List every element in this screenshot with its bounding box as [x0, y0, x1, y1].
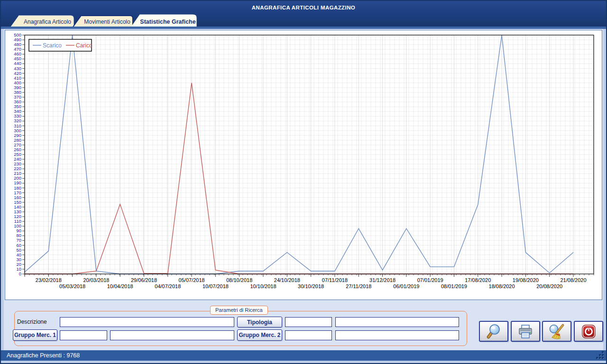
svg-text:90: 90 [16, 228, 21, 233]
svg-text:220: 220 [14, 166, 21, 171]
status-text: Anagrafiche Presenti : 9768 [7, 352, 80, 359]
svg-text:05/03/2018: 05/03/2018 [59, 283, 85, 289]
svg-text:10: 10 [16, 266, 21, 272]
svg-text:470: 470 [14, 46, 21, 52]
gruppo2-code-input[interactable] [285, 330, 332, 340]
gruppo-merc-2-button[interactable]: Gruppo Merc. 2 [237, 329, 282, 341]
svg-text:0: 0 [19, 271, 21, 276]
svg-text:24/10/2018: 24/10/2018 [274, 277, 300, 283]
svg-text:400: 400 [14, 80, 21, 85]
svg-text:Statistiche Grafiche: Statistiche Grafiche [140, 18, 195, 25]
gruppo1-desc-input[interactable] [110, 330, 234, 340]
svg-text:490: 490 [14, 37, 21, 42]
tab-statistiche-grafiche[interactable]: Statistiche Grafiche [131, 15, 196, 27]
svg-text:30/10/2018: 30/10/2018 [298, 283, 324, 289]
tab-bar: Anagrafica Articolo Movimenti Articolo S… [4, 14, 212, 28]
svg-text:200: 200 [14, 175, 21, 181]
svg-text:420: 420 [14, 71, 21, 76]
power-icon [580, 323, 597, 340]
svg-text:210: 210 [14, 171, 21, 176]
search-button[interactable] [479, 321, 508, 342]
gruppo1-code-input[interactable] [60, 330, 107, 340]
svg-text:Anagrafica Articolo: Anagrafica Articolo [24, 18, 71, 25]
gruppo2-desc-input[interactable] [335, 330, 459, 340]
broom-magnifier-icon [548, 323, 565, 340]
svg-text:04/07/2018: 04/07/2018 [155, 283, 181, 289]
svg-text:320: 320 [14, 118, 21, 123]
svg-text:21/08/2020: 21/08/2020 [560, 277, 586, 283]
svg-text:500: 500 [14, 32, 21, 37]
tab-anagrafica-articolo[interactable]: Anagrafica Articolo [10, 16, 74, 27]
svg-text:140: 140 [14, 204, 21, 209]
svg-text:05/07/2018: 05/07/2018 [179, 277, 205, 283]
tab-movimenti-articolo[interactable]: Movimenti Articolo [73, 16, 133, 27]
svg-text:27/11/2018: 27/11/2018 [346, 283, 371, 289]
svg-text:310: 310 [14, 123, 21, 128]
svg-text:110: 110 [14, 218, 21, 224]
svg-text:23/02/2018: 23/02/2018 [36, 277, 62, 283]
tipologia-desc-input[interactable] [335, 317, 459, 327]
svg-text:160: 160 [14, 195, 21, 200]
svg-text:08/10/2018: 08/10/2018 [226, 277, 252, 283]
svg-text:450: 450 [14, 56, 21, 61]
tipologia-code-input[interactable] [285, 317, 332, 327]
gruppo-merc-1-button[interactable]: Gruppo Merc. 1 [13, 329, 57, 341]
svg-text:20/08/2020: 20/08/2020 [536, 283, 562, 289]
svg-text:260: 260 [14, 147, 21, 152]
chart-legend: ScaricoCarico [29, 39, 92, 51]
svg-text:360: 360 [14, 99, 21, 104]
descrizione-input[interactable] [60, 317, 234, 327]
svg-text:06/01/2019: 06/01/2019 [393, 283, 419, 289]
window-title: ANAGRAFICA ARTICOLI MAGAZZINO [1, 5, 606, 10]
svg-text:410: 410 [14, 75, 21, 81]
svg-text:10/07/2018: 10/07/2018 [202, 283, 229, 289]
svg-text:330: 330 [14, 113, 21, 118]
svg-text:250: 250 [14, 152, 21, 157]
svg-text:10/04/2018: 10/04/2018 [107, 283, 133, 289]
svg-text:270: 270 [14, 142, 21, 147]
svg-text:08/01/2019: 08/01/2019 [441, 283, 467, 289]
svg-text:Movimenti Articolo: Movimenti Articolo [84, 18, 130, 25]
svg-text:300: 300 [14, 128, 21, 133]
svg-text:380: 380 [14, 90, 21, 95]
resize-grip[interactable] [596, 351, 604, 359]
svg-text:20: 20 [16, 262, 21, 267]
exit-button[interactable] [574, 321, 603, 342]
svg-text:19/08/2020: 19/08/2020 [513, 277, 539, 283]
tipologia-button[interactable]: Tipologia [237, 317, 282, 328]
svg-text:340: 340 [14, 109, 21, 114]
svg-text:20/03/2018: 20/03/2018 [83, 277, 109, 283]
svg-text:40: 40 [16, 252, 21, 257]
svg-text:480: 480 [14, 42, 21, 47]
svg-text:230: 230 [14, 161, 21, 166]
svg-text:130: 130 [14, 209, 21, 214]
svg-text:29/06/2018: 29/06/2018 [131, 277, 157, 283]
print-button[interactable] [511, 321, 540, 342]
svg-text:60: 60 [16, 243, 21, 248]
magnifier-icon [485, 323, 502, 340]
search-params-title: Parametri di Ricerca [210, 306, 268, 315]
clear-search-button[interactable] [542, 321, 571, 342]
svg-text:18/08/2020: 18/08/2020 [489, 283, 515, 289]
svg-text:350: 350 [14, 104, 21, 109]
svg-text:70: 70 [16, 237, 21, 243]
status-bar: Anagrafiche Presenti : 9768 [1, 350, 606, 361]
svg-text:Scarico: Scarico [43, 42, 62, 49]
svg-text:460: 460 [14, 51, 21, 56]
svg-text:280: 280 [14, 137, 21, 143]
svg-text:80: 80 [16, 233, 21, 238]
svg-text:10/10/2018: 10/10/2018 [250, 283, 276, 289]
svg-text:180: 180 [14, 185, 21, 191]
chart-panel: 0102030405060708090100110120130140150160… [5, 30, 602, 300]
svg-text:290: 290 [14, 133, 21, 138]
svg-text:100: 100 [14, 223, 21, 228]
svg-text:Carico: Carico [76, 42, 92, 49]
svg-text:50: 50 [16, 247, 21, 253]
svg-text:30: 30 [16, 257, 21, 262]
descrizione-label: Descrizione [17, 318, 47, 325]
svg-text:170: 170 [14, 190, 21, 195]
svg-text:370: 370 [14, 94, 21, 100]
svg-text:120: 120 [14, 214, 21, 219]
svg-text:240: 240 [14, 156, 21, 162]
svg-text:07/11/2018: 07/11/2018 [322, 277, 348, 283]
